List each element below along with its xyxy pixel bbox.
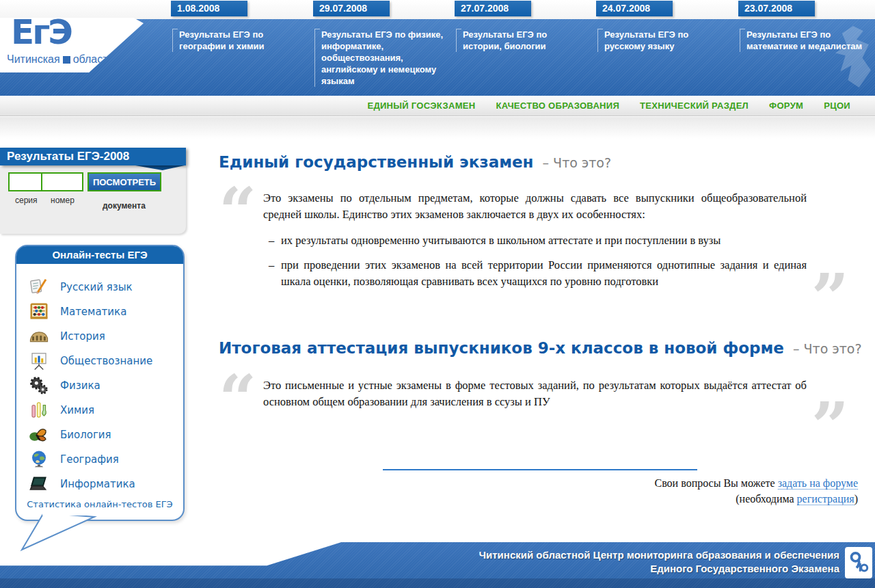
footer-dark-strip xyxy=(0,578,875,588)
online-tests-title: Онлайн-тесты ЕГЭ xyxy=(16,246,183,264)
open-quote-icon: “ xyxy=(219,379,256,420)
section1-heading: Единый государственный экзамен – Что это… xyxy=(219,153,611,171)
tick-decoration xyxy=(457,29,461,29)
online-tests-panel: Онлайн-тесты ЕГЭ Русский язык Математика… xyxy=(15,245,185,521)
test-link-informatics[interactable]: Информатика xyxy=(16,472,183,496)
date-badge[interactable]: 24.07.2008 xyxy=(596,1,673,16)
test-label: География xyxy=(60,453,119,466)
seriya-input[interactable] xyxy=(10,174,42,190)
nomer-input[interactable] xyxy=(42,174,82,190)
view-results-button[interactable]: ПОСМОТРЕТЬ xyxy=(88,172,161,191)
tick-decoration xyxy=(598,29,603,29)
footer: Читинский областной Центр мониторинга об… xyxy=(0,542,875,588)
test-label: Биология xyxy=(60,429,111,441)
logo-region-left: Читинская xyxy=(7,53,60,66)
open-quote-icon: “ xyxy=(219,191,256,232)
registration-link[interactable]: регистрация xyxy=(797,493,854,505)
test-link-russian[interactable]: Русский язык xyxy=(16,275,183,299)
document-number-inputs xyxy=(8,172,83,191)
section2-quote: “ Это письменные и устные экзамены в фор… xyxy=(219,377,849,453)
russian-icon xyxy=(27,277,51,297)
nav-link-technical[interactable]: ТЕХНИЧЕСКИЙ РАЗДЕЛ xyxy=(640,96,749,116)
test-label: Русский язык xyxy=(60,281,133,293)
questions-note: Свои вопросы Вы можете задать на форуме … xyxy=(655,475,859,507)
footer-logo[interactable] xyxy=(845,547,872,578)
test-link-history[interactable]: История xyxy=(16,324,183,349)
test-link-math[interactable]: Математика xyxy=(16,299,183,324)
section1-quote: “ Это экзамены по отдельным предметам, к… xyxy=(219,190,849,327)
biology-icon xyxy=(27,425,51,445)
page-fade xyxy=(0,117,875,139)
page: 1.08.2008 29.07.2008 27.07.2008 24.07.20… xyxy=(0,0,875,588)
tick-decoration xyxy=(173,29,178,29)
physics-icon xyxy=(27,375,51,396)
section2-heading: Итоговая аттестация выпускников 9-х клас… xyxy=(219,339,862,357)
chemistry-icon xyxy=(27,400,51,420)
test-label: История xyxy=(60,330,105,343)
bullet-text: при проведении этих экзаменов на всей те… xyxy=(281,257,807,290)
close-quote-icon: ” xyxy=(811,278,849,319)
bullet-dash: – xyxy=(263,232,281,249)
test-link-social[interactable]: Обществознание xyxy=(16,349,183,373)
test-label: Математика xyxy=(60,306,126,318)
news-item[interactable]: Результаты ЕГЭ по истории, биологии xyxy=(456,29,587,52)
nav-link-rcoi[interactable]: РЦОИ xyxy=(824,96,850,116)
news-text: Результаты ЕГЭ по русскому языку xyxy=(604,29,688,51)
news-text: Результаты ЕГЭ по физике, информатике, о… xyxy=(321,29,443,86)
test-label: Химия xyxy=(60,404,94,416)
test-label: Обществознание xyxy=(60,355,152,367)
results-panel-title: Результаты ЕГЭ-2008 xyxy=(0,148,186,165)
footer-logo-icon xyxy=(848,550,869,576)
bullet-item: – их результаты одновременно учитываются… xyxy=(263,232,807,249)
tick-decoration xyxy=(740,29,745,29)
nav-link-unified-exam[interactable]: ЕДИНЫЙ ГОСЭКЗАМЕН xyxy=(367,96,475,116)
date-badge[interactable]: 23.07.2008 xyxy=(738,1,815,16)
note-line2-suffix: ) xyxy=(854,493,858,505)
test-link-physics[interactable]: Физика xyxy=(16,373,183,398)
logo-ege-text: ЕгЭ xyxy=(11,12,71,52)
note-line1-text: Свои вопросы Вы можете xyxy=(655,477,778,489)
results-panel: серия номер ПОСМОТРЕТЬ документа xyxy=(0,165,186,234)
history-icon xyxy=(27,326,51,347)
date-badge[interactable]: 29.07.2008 xyxy=(313,1,390,16)
date-badge[interactable]: 1.08.2008 xyxy=(171,1,247,16)
tests-stats-link[interactable]: Статистика онлайн-тестов ЕГЭ xyxy=(16,499,183,509)
nav-link-quality[interactable]: КАЧЕСТВО ОБРАЗОВАНИЯ xyxy=(496,96,619,116)
footer-line2: Единого Государственного Экзамена xyxy=(479,562,840,576)
logo-square-icon xyxy=(63,56,70,64)
news-item[interactable]: Результаты ЕГЭ по русскому языку xyxy=(597,29,729,52)
forum-link[interactable]: задать на форуме xyxy=(778,477,858,490)
informatics-icon xyxy=(27,474,51,494)
test-label: Физика xyxy=(60,379,100,392)
section2-subtitle: – Что это? xyxy=(793,341,862,356)
news-item[interactable]: Результаты ЕГЭ по физике, информатике, о… xyxy=(314,29,446,87)
footer-line1: Читинский областной Центр мониторинга об… xyxy=(479,548,840,562)
bullet-text: их результаты одновременно учитываются в… xyxy=(281,232,721,249)
nomer-label: номер xyxy=(51,196,75,205)
social-icon xyxy=(27,351,51,371)
date-badge[interactable]: 27.07.2008 xyxy=(455,1,531,16)
bullet-dash: – xyxy=(263,257,281,290)
section1-bullets: – их результаты одновременно учитываются… xyxy=(263,232,807,290)
nav-link-forum[interactable]: ФОРУМ xyxy=(769,96,803,116)
test-label: Информатика xyxy=(60,478,135,490)
test-link-geography[interactable]: География xyxy=(16,447,183,472)
test-link-chemistry[interactable]: Химия xyxy=(16,398,183,423)
bullet-item: – при проведении этих экзаменов на всей … xyxy=(263,257,807,290)
main-nav: ЕДИНЫЙ ГОСЭКЗАМЕН КАЧЕСТВО ОБРАЗОВАНИЯ Т… xyxy=(0,96,875,116)
news-text: Результаты ЕГЭ по истории, биологии xyxy=(463,29,547,51)
bubble-tail xyxy=(18,511,100,552)
document-label: документа xyxy=(103,201,146,211)
news-text: Результаты ЕГЭ по географии и химии xyxy=(179,29,265,51)
news-text: Результаты ЕГЭ по математике и медалиста… xyxy=(746,29,862,51)
close-quote-icon: ” xyxy=(811,406,849,447)
section1-subtitle: – Что это? xyxy=(543,155,612,170)
section1-paragraph: Это экзамены по отдельным предметам, кот… xyxy=(263,190,807,223)
test-link-biology[interactable]: Биология xyxy=(16,423,183,447)
tick-decoration xyxy=(315,29,320,29)
news-item[interactable]: Результаты ЕГЭ по географии и химии xyxy=(172,29,304,52)
logo-region-line: Читинская область xyxy=(7,53,113,66)
geography-icon xyxy=(27,449,51,470)
content-divider xyxy=(383,469,697,470)
news-item[interactable]: Результаты ЕГЭ по математике и медалиста… xyxy=(740,29,871,52)
